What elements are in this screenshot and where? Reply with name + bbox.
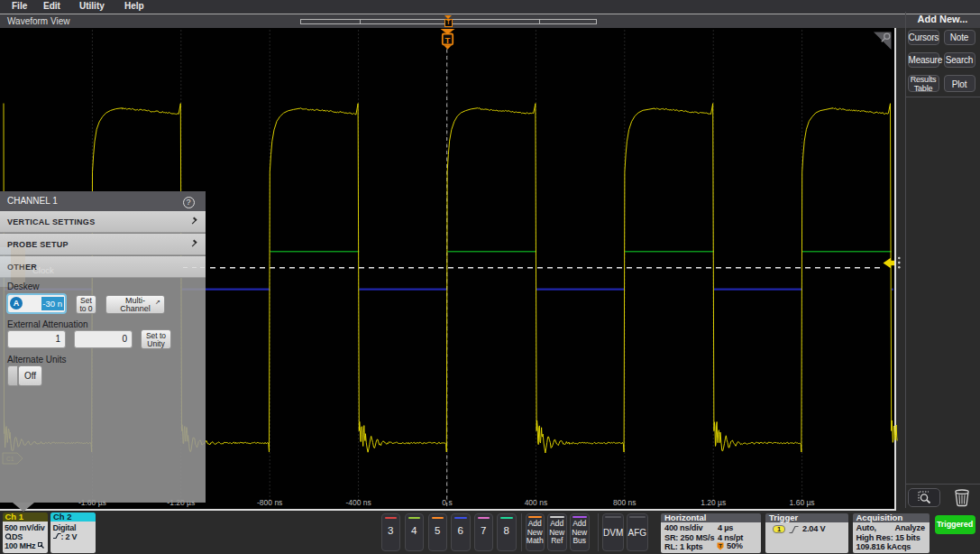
svg-text:T: T	[445, 34, 451, 44]
svg-text:400 ns: 400 ns	[525, 498, 548, 507]
svg-text:T: T	[719, 543, 722, 549]
svg-text:1.60 µs: 1.60 µs	[790, 498, 815, 507]
svg-text:-400 ns: -400 ns	[345, 498, 371, 507]
svg-text:-800 ns: -800 ns	[257, 498, 282, 507]
svg-text:1.20 µs: 1.20 µs	[701, 498, 726, 507]
svg-text:800 ns: 800 ns	[613, 498, 637, 507]
